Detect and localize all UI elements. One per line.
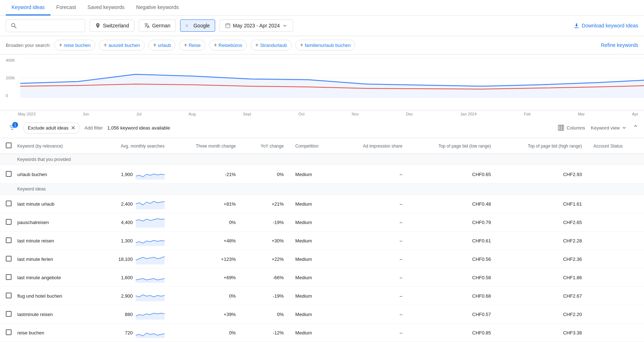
broaden-chip-5[interactable]: +Strandurlaub: [251, 40, 292, 51]
row-checkbox[interactable]: [0, 250, 12, 268]
tab-saved-keywords[interactable]: Saved keywords: [82, 0, 130, 16]
exclude-adult-chip: Exclude adult ideas ✕: [23, 122, 80, 133]
col-yoy[interactable]: YoY change: [242, 138, 290, 154]
row-high-bid: CHF3.38: [497, 324, 588, 342]
row-three-month: -21%: [170, 165, 242, 184]
row-three-month: 0%: [170, 324, 242, 342]
platform-filter[interactable]: G Google: [180, 19, 215, 32]
x-label-8: Jan 2024: [460, 112, 477, 116]
row-checkbox[interactable]: [0, 195, 12, 213]
broaden-chip-6[interactable]: +familienurlaub buchen: [295, 40, 356, 51]
col-keyword[interactable]: Keyword (by relevance): [12, 138, 91, 154]
keyword-table: Keyword (by relevance) Avg. monthly sear…: [0, 138, 644, 342]
keyword-view-button[interactable]: Keyword view: [591, 125, 627, 131]
exclude-chip-close[interactable]: ✕: [71, 124, 75, 131]
table-row-idea-6: lastminute reisen 880 +39% 0% Medium – C…: [0, 305, 644, 324]
svg-marker-21: [136, 313, 165, 320]
row-three-month: +123%: [170, 250, 242, 268]
refine-keywords-button[interactable]: Refine keywords: [601, 42, 639, 48]
date-range-filter[interactable]: May 2023 - Apr 2024: [219, 19, 293, 32]
row-ad-impression: –: [338, 213, 408, 232]
search-input[interactable]: Urlaub buchen: [20, 23, 78, 28]
row-competition: Medium: [290, 268, 338, 287]
row-high-bid: CHF2.93: [497, 165, 588, 184]
row-status: [588, 287, 644, 305]
add-filter-button[interactable]: Add filter: [84, 125, 103, 131]
col-three-month[interactable]: Three month change: [170, 138, 242, 154]
table-row-idea-0: last minute urlaub 2,400 +81% +21% Mediu…: [0, 195, 644, 213]
select-all-checkbox[interactable]: [6, 142, 12, 148]
columns-button[interactable]: Columns: [557, 124, 585, 131]
col-competition[interactable]: Competition: [290, 138, 338, 154]
section-keywords-provided: Keywords that you provided: [0, 154, 644, 165]
row-keyword: flug und hotel buchen: [12, 287, 91, 305]
tab-negative-keywords[interactable]: Negative keywords: [130, 0, 184, 16]
col-account-status[interactable]: Account Status: [588, 138, 644, 154]
row-checkbox[interactable]: [0, 305, 12, 324]
broaden-chip-2[interactable]: +urlaub: [148, 40, 175, 51]
row-checkbox[interactable]: [0, 213, 12, 232]
col-ad-impression[interactable]: Ad impression share: [338, 138, 408, 154]
broaden-chip-3[interactable]: +Reise: [179, 40, 205, 51]
language-label: German: [152, 23, 170, 28]
col-checkbox[interactable]: [0, 138, 12, 154]
svg-point-0: [12, 23, 15, 27]
svg-rect-3: [226, 24, 230, 28]
chart-y-200k: 200K: [6, 76, 15, 80]
row-yoy: -66%: [242, 268, 290, 287]
svg-marker-17: [136, 240, 165, 246]
x-label-9: Feb: [524, 112, 531, 116]
filter-icon-button[interactable]: 1: [6, 121, 19, 134]
row-checkbox[interactable]: [0, 165, 12, 184]
svg-rect-11: [558, 125, 560, 131]
row-keyword: last minute angebote: [12, 268, 91, 287]
exclude-chip-label: Exclude adult ideas: [28, 125, 69, 131]
keyword-table-wrap: Keyword (by relevance) Avg. monthly sear…: [0, 138, 644, 342]
row-status: [588, 250, 644, 268]
row-yoy: -19%: [242, 213, 290, 232]
broaden-chip-4[interactable]: +Reisebüros: [209, 40, 247, 51]
x-label-7: Dec: [406, 112, 413, 116]
table-row-idea-1: pauschalreisen 4,400 0% -19% Medium – CH…: [0, 213, 644, 232]
language-filter[interactable]: German: [139, 19, 176, 32]
columns-label: Columns: [567, 125, 585, 131]
columns-icon: [557, 124, 565, 131]
search-box[interactable]: Urlaub buchen: [6, 19, 85, 32]
svg-rect-13: [562, 125, 564, 131]
chart-x-labels: May 2023 Jun Jul Aug Sept Oct Nov Dec Ja…: [0, 110, 644, 118]
col-high-bid[interactable]: Top of page bid (high range): [497, 138, 588, 154]
row-three-month: 0%: [170, 287, 242, 305]
x-label-6: Nov: [352, 112, 359, 116]
row-avg-monthly: 1,900: [91, 165, 170, 184]
col-low-bid[interactable]: Top of page bid (low range): [408, 138, 497, 154]
row-avg-monthly: 1,600: [91, 268, 170, 287]
row-three-month: +81%: [170, 195, 242, 213]
svg-text:G: G: [186, 24, 188, 27]
row-three-month: 0%: [170, 213, 242, 232]
row-avg-monthly: 4,400: [91, 213, 170, 232]
row-keyword: lastminute reisen: [12, 305, 91, 324]
col-avg-monthly[interactable]: Avg. monthly searches: [91, 138, 170, 154]
chart-y-400k: 400K: [6, 58, 15, 62]
x-label-2: Jul: [136, 112, 142, 116]
table-row-idea-5: flug und hotel buchen 2,900 0% -19% Medi…: [0, 287, 644, 305]
row-checkbox[interactable]: [0, 287, 12, 305]
row-checkbox[interactable]: [0, 268, 12, 287]
row-checkbox[interactable]: [0, 232, 12, 250]
download-button[interactable]: Download keyword Ideas: [573, 22, 638, 29]
row-status: [588, 195, 644, 213]
broaden-chip-1[interactable]: +auszeit buchen: [99, 40, 145, 51]
collapse-button[interactable]: ⌃: [633, 124, 638, 132]
country-filter[interactable]: Switzerland: [90, 19, 134, 32]
tab-keyword-ideas[interactable]: Keyword ideas: [6, 0, 51, 16]
broaden-chip-0[interactable]: +reise buchen: [54, 40, 95, 51]
x-label-4: Sept: [243, 112, 251, 116]
section-keyword-ideas: Keyword ideas: [0, 184, 644, 195]
row-keyword: last minute urlaub: [12, 195, 91, 213]
tab-forecast[interactable]: Forecast: [51, 0, 82, 16]
filter-bar: 1 Exclude adult ideas ✕ Add filter 1,056…: [0, 118, 644, 138]
date-range-label: May 2023 - Apr 2024: [233, 23, 280, 28]
row-yoy: 0%: [242, 305, 290, 324]
keyword-view-dropdown-icon: [621, 125, 627, 131]
row-checkbox[interactable]: [0, 324, 12, 342]
